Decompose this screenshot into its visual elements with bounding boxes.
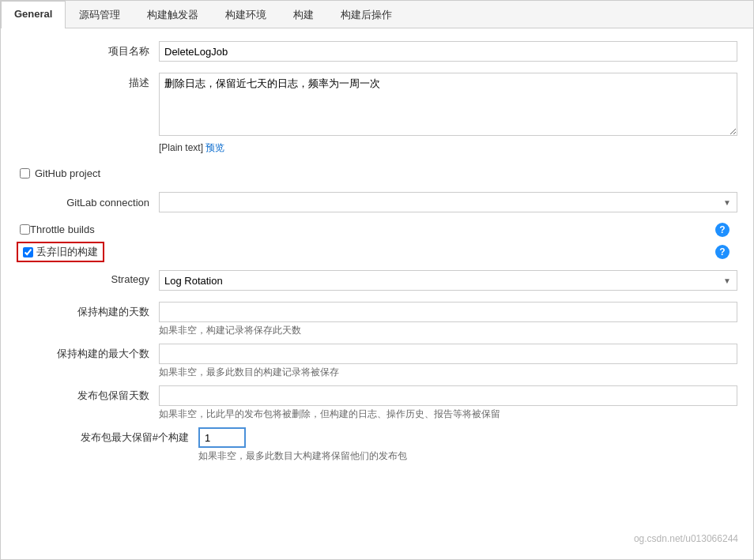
throttle-builds-help-icon[interactable]: ? <box>715 223 729 237</box>
github-project-label: GitHub project <box>35 167 100 179</box>
tab-postbuild[interactable]: 构建后操作 <box>327 1 405 28</box>
keep-days-control: 如果非空，构建记录将保存此天数 <box>159 302 737 337</box>
keep-max-label: 保持构建的最大个数 <box>32 344 159 361</box>
gitlab-connection-label: GitLab connection <box>17 197 159 209</box>
discard-old-builds-row: 丢弃旧的构建 ? <box>17 242 737 262</box>
throttle-builds-label: Throttle builds <box>30 224 95 235</box>
tab-env[interactable]: 构建环境 <box>212 1 280 28</box>
release-keep-days-hint: 如果非空，比此早的发布包将被删除，但构建的日志、操作历史、报告等将被保留 <box>159 408 737 421</box>
strategy-select-wrapper: Log Rotation None ▼ <box>159 270 737 291</box>
keep-max-row: 保持构建的最大个数 如果非空，最多此数目的构建记录将被保存 <box>32 344 737 379</box>
description-control: 删除日志，保留近七天的日志，频率为一周一次 [Plain text] 预览 <box>159 73 737 155</box>
strategy-control: Log Rotation None ▼ <box>159 270 737 291</box>
keep-max-input[interactable] <box>159 344 737 364</box>
discard-builds-label: 丢弃旧的构建 <box>36 245 98 259</box>
discard-checkbox-wrapper: 丢弃旧的构建 <box>17 242 104 262</box>
release-max-row: 发布包最大保留#个构建 如果非空，最多此数目大构建将保留他们的发布包 <box>32 427 737 463</box>
tab-scm[interactable]: 源码管理 <box>66 1 134 28</box>
plaintext-row: [Plain text] 预览 <box>159 141 737 155</box>
keep-days-input[interactable] <box>159 302 737 322</box>
tab-triggers[interactable]: 构建触发器 <box>134 1 212 28</box>
tab-general[interactable]: General <box>1 1 66 28</box>
release-max-control: 如果非空，最多此数目大构建将保留他们的发布包 <box>198 427 737 463</box>
gitlab-connection-control: ▼ <box>159 192 737 212</box>
github-project-row: GitHub project <box>20 164 737 182</box>
project-name-control <box>159 41 737 62</box>
gitlab-connection-row: GitLab connection ▼ <box>17 189 737 216</box>
release-keep-days-control: 如果非空，比此早的发布包将被删除，但构建的日志、操作历史、报告等将被保留 <box>159 385 737 421</box>
description-label: 描述 <box>17 73 159 90</box>
tab-bar: General 源码管理 构建触发器 构建环境 构建 构建后操作 <box>1 1 753 28</box>
strategy-label: Strategy <box>17 270 159 285</box>
release-max-hint: 如果非空，最多此数目大构建将保留他们的发布包 <box>198 449 737 463</box>
strategy-sub-form: 保持构建的天数 如果非空，构建记录将保存此天数 保持构建的最大个数 如果非空，最… <box>17 302 737 463</box>
throttle-builds-row: Throttle builds ? <box>20 224 737 235</box>
release-keep-days-label: 发布包保留天数 <box>32 385 159 403</box>
strategy-select[interactable]: Log Rotation None <box>159 270 737 291</box>
keep-days-row: 保持构建的天数 如果非空，构建记录将保存此天数 <box>32 302 737 337</box>
release-max-label: 发布包最大保留#个构建 <box>32 427 198 445</box>
release-keep-days-input[interactable] <box>159 385 737 406</box>
project-name-input[interactable] <box>159 41 737 62</box>
project-name-label: 项目名称 <box>17 41 159 58</box>
discard-builds-checkbox[interactable] <box>23 247 33 257</box>
description-row: 描述 删除日志，保留近七天的日志，频率为一周一次 [Plain text] 预览 <box>17 73 737 155</box>
release-keep-days-row: 发布包保留天数 如果非空，比此早的发布包将被删除，但构建的日志、操作历史、报告等… <box>32 385 737 421</box>
strategy-row: Strategy Log Rotation None ▼ <box>17 270 737 292</box>
form-content: 项目名称 描述 删除日志，保留近七天的日志，频率为一周一次 [Plain tex… <box>1 28 753 482</box>
keep-days-label: 保持构建的天数 <box>32 302 159 319</box>
github-project-checkbox[interactable] <box>20 168 30 179</box>
plaintext-label: [Plain text] <box>159 142 203 153</box>
gitlab-select-wrapper: ▼ <box>159 192 737 212</box>
release-max-input[interactable] <box>198 427 246 448</box>
keep-max-control: 如果非空，最多此数目的构建记录将被保存 <box>159 344 737 379</box>
tab-build[interactable]: 构建 <box>280 1 327 28</box>
gitlab-connection-select[interactable] <box>159 192 737 212</box>
preview-link[interactable]: 预览 <box>205 142 224 153</box>
throttle-builds-checkbox[interactable] <box>20 224 30 235</box>
description-input[interactable]: 删除日志，保留近七天的日志，频率为一周一次 <box>159 73 737 136</box>
discard-builds-help-icon[interactable]: ? <box>715 245 729 259</box>
keep-max-hint: 如果非空，最多此数目的构建记录将被保存 <box>159 366 737 379</box>
keep-days-hint: 如果非空，构建记录将保存此天数 <box>159 324 737 337</box>
project-name-row: 项目名称 <box>17 41 737 63</box>
main-container: General 源码管理 构建触发器 构建环境 构建 构建后操作 项目名称 描述… <box>0 0 754 560</box>
